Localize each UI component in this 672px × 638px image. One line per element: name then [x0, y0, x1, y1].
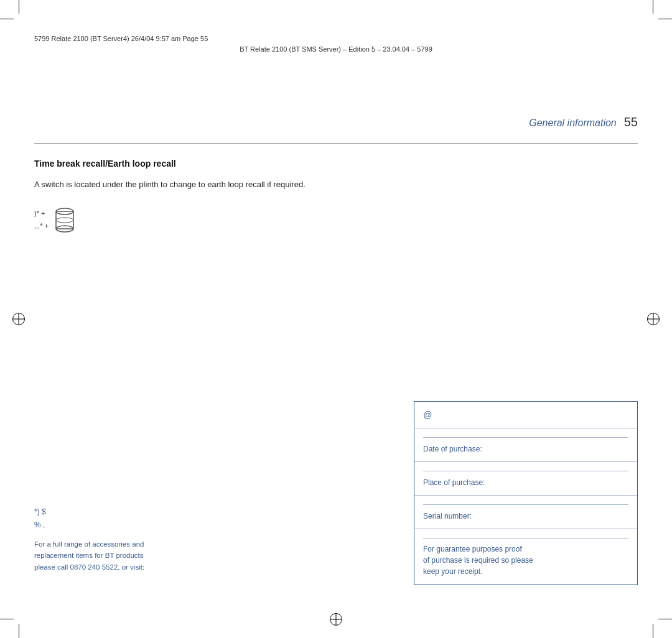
crop-mark-tl-h [0, 19, 14, 19]
page-title: General information [529, 118, 617, 129]
svg-point-3 [56, 218, 73, 223]
reg-mark-left [12, 313, 25, 325]
page-content: 5799 Relate 2100 (BT Server4) 26/4/04 9:… [34, 34, 638, 604]
crop-mark-tr-v [653, 0, 653, 14]
guarantee-at-symbol: @ [423, 410, 432, 420]
guarantee-place-section: Place of purchase: [414, 462, 637, 496]
header-subtitle: BT Relate 2100 (BT SMS Server) – Edition… [34, 45, 638, 53]
reg-mark-right [647, 313, 660, 325]
guarantee-place-label: Place of purchase: [423, 478, 485, 487]
guarantee-at-section: @ [414, 402, 637, 428]
header-rule [34, 143, 638, 144]
guarantee-date-section: Date of purchase: [414, 428, 637, 462]
guarantee-note-line-2: of purchase is required so please [423, 555, 628, 566]
section-body: A switch is located under the plinth to … [34, 178, 638, 192]
guarantee-note-line-3: keep your receipt. [423, 566, 628, 577]
reg-mark-bottom [330, 613, 342, 626]
crop-mark-bl-h [0, 619, 14, 619]
code-line-2: % , [34, 519, 258, 532]
page-title-area: General information 55 [529, 115, 638, 129]
crop-mark-tr-h [658, 19, 672, 19]
bottom-text-line-3: please call 0870 240 5522, or visit: [34, 562, 258, 573]
guarantee-note-line-1: For guarantee purposes proof [423, 543, 628, 555]
guarantee-box: @ Date of purchase: Place of purchase: S… [414, 401, 638, 585]
crop-mark-br-v [653, 624, 653, 638]
guarantee-note-section: For guarantee purposes proof of purchase… [414, 529, 637, 585]
bottom-left-codes: *) $ % , [34, 506, 258, 532]
crop-mark-tl-v [19, 0, 19, 14]
bottom-text-line-2: replacement items for BT products [34, 550, 258, 561]
crop-mark-bl-v [19, 624, 19, 638]
switch-cylinder-icon [54, 206, 76, 234]
switch-label-1: )* + [34, 208, 49, 220]
switch-diagram: )* + ,,,* + [34, 206, 638, 234]
guarantee-serial-section: Serial number: [414, 496, 637, 529]
section-heading: Time break recall/Earth loop recall [34, 159, 638, 169]
guarantee-date-label: Date of purchase: [423, 445, 482, 453]
page-number: 55 [624, 115, 638, 129]
guarantee-serial-label: Serial number: [423, 512, 472, 520]
bottom-left-text: For a full range of accessories and repl… [34, 539, 258, 573]
switch-labels: )* + ,,,* + [34, 208, 49, 233]
switch-label-2: ,,,* + [34, 220, 49, 233]
code-line-1: *) $ [34, 506, 258, 519]
bottom-left: *) $ % , For a full range of accessories… [34, 506, 258, 573]
header-top-text: 5799 Relate 2100 (BT Server4) 26/4/04 9:… [34, 34, 208, 44]
guarantee-note-text: For guarantee purposes proof of purchase… [423, 543, 628, 577]
bottom-text-line-1: For a full range of accessories and [34, 539, 258, 550]
crop-mark-br-h [658, 619, 672, 619]
main-content: Time break recall/Earth loop recall A sw… [34, 159, 638, 234]
